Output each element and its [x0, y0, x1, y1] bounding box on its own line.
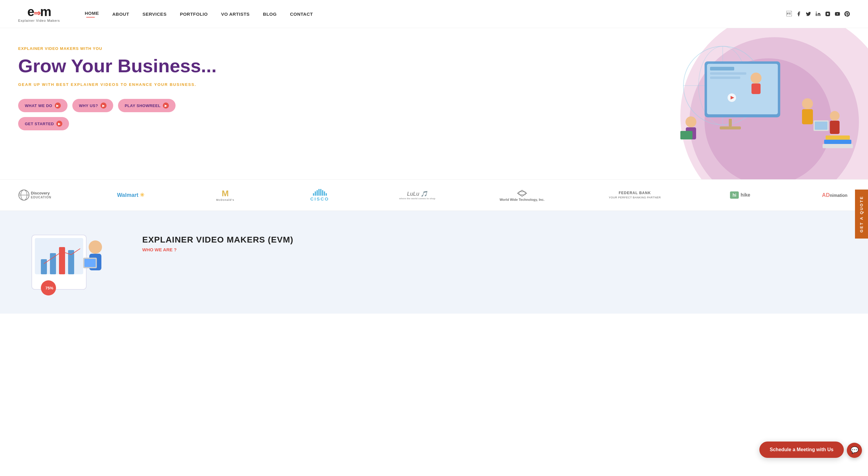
svg-rect-13: [710, 72, 746, 75]
logo-text: e⇒m: [27, 5, 51, 18]
mcdonalds-arches: M: [222, 189, 229, 198]
svg-rect-12: [710, 67, 734, 70]
svg-point-22: [802, 98, 813, 109]
nav-about[interactable]: ABOUT: [105, 9, 136, 19]
client-discovery: S Discovery EDUCATION: [18, 189, 52, 201]
what-we-do-button[interactable]: WHAT WE DO ▶: [18, 99, 67, 112]
svg-point-0: [816, 12, 817, 13]
client-hike: hi hike: [725, 192, 755, 199]
facebook-icon[interactable]: [796, 11, 801, 16]
logo-subtitle: Explainer Video Makers: [18, 19, 60, 22]
about-illustration: 75%: [18, 229, 124, 296]
client-adnimation: ADnimation: [819, 192, 850, 198]
discovery-logo: S Discovery EDUCATION: [18, 189, 52, 201]
section-who: WHO WE ARE ?: [142, 247, 850, 252]
site-header: e⇒m Explainer Video Makers HOME ABOUT SE…: [0, 0, 868, 28]
svg-rect-37: [41, 259, 47, 274]
nav-services[interactable]: SERVICES: [136, 9, 174, 19]
nav-blog[interactable]: BLOG: [256, 9, 283, 19]
logo[interactable]: e⇒m Explainer Video Makers: [18, 5, 60, 22]
education-text: EDUCATION: [31, 196, 52, 199]
cisco-text: CISCO: [310, 196, 329, 201]
walmart-text: Walmart ✳: [117, 192, 144, 198]
nav-contact[interactable]: CONTACT: [283, 9, 319, 19]
svg-rect-44: [85, 259, 96, 267]
svg-rect-9: [720, 127, 741, 129]
why-us-button[interactable]: WHY US? ▶: [72, 99, 113, 112]
svg-rect-39: [59, 247, 65, 274]
section-title: EXPLAINER VIDEO MAKERS (EVM): [142, 235, 850, 245]
svg-rect-14: [710, 76, 740, 79]
play-icon: ▶: [163, 103, 169, 109]
nav-portfolio[interactable]: PORTFOLIO: [173, 9, 214, 19]
linkedin-icon[interactable]: [815, 11, 821, 16]
hero-title: Grow Your Business...: [18, 56, 230, 76]
svg-point-41: [89, 240, 102, 254]
cisco-bars: [313, 189, 327, 196]
hero-description: GEAR UP WITH BEST EXPLAINER VIDEOS TO EN…: [18, 82, 230, 87]
hero-content: EXPLAINER VIDEO MAKERS WITH YOU Grow You…: [18, 46, 230, 130]
client-walmart: Walmart ✳: [116, 192, 146, 198]
social-links: : [786, 11, 850, 17]
main-nav: HOME ABOUT SERVICES PORTFOLIO VO ARTISTS…: [78, 8, 786, 20]
hero-section: EXPLAINER VIDEO MAKERS WITH YOU Grow You…: [0, 28, 868, 179]
svg-rect-11: [707, 64, 778, 114]
adnimation-text: ADnimation: [822, 192, 847, 198]
svg-text:75%: 75%: [45, 286, 53, 290]
svg-rect-27: [830, 121, 840, 134]
play-icon: ▶: [55, 103, 61, 109]
youtube-icon[interactable]: [835, 11, 840, 16]
facebook-icon[interactable]: : [786, 11, 792, 17]
twitter-icon[interactable]: [806, 11, 811, 16]
svg-rect-30: [823, 144, 853, 148]
hero-illustration: [662, 31, 856, 164]
hero-buttons: WHAT WE DO ▶ WHY US? ▶ PLAY SHOWREEL ▶ G…: [18, 99, 230, 130]
client-wwt: World Wide Technology, Inc.: [500, 189, 545, 201]
svg-point-26: [830, 111, 840, 121]
clients-section: S Discovery EDUCATION Walmart ✳ M McDona…: [0, 179, 868, 211]
get-quote-button[interactable]: GET A QUOTE: [855, 190, 868, 239]
svg-rect-21: [680, 131, 692, 139]
button-label: WHY US?: [79, 103, 98, 108]
client-cisco: CISCO: [305, 189, 335, 201]
svg-rect-16: [751, 83, 761, 94]
get-started-button[interactable]: GET STARTED ▶: [18, 117, 69, 130]
svg-point-15: [751, 73, 762, 83]
client-lulu: LuLu 🎵 where the world comes to shop: [399, 191, 435, 200]
svg-rect-29: [824, 140, 851, 144]
svg-rect-28: [826, 135, 850, 140]
svg-text:S: S: [19, 193, 21, 195]
nav-vo-artists[interactable]: VO ARTISTS: [214, 9, 256, 19]
play-icon: ▶: [56, 121, 62, 127]
about-text: EXPLAINER VIDEO MAKERS (EVM) WHO WE ARE …: [142, 229, 850, 296]
svg-point-19: [685, 116, 696, 127]
play-showreel-button[interactable]: PLAY SHOWREEL ▶: [118, 99, 176, 112]
wwt-text: World Wide Technology, Inc.: [500, 198, 545, 201]
hike-text: hike: [741, 192, 750, 198]
federal-text: FEDERAL BANKYOUR PERFECT BANKING PARTNER: [609, 191, 661, 199]
lulu-tagline: where the world comes to shop: [399, 197, 435, 200]
button-label: GET STARTED: [25, 122, 54, 126]
client-federal: FEDERAL BANKYOUR PERFECT BANKING PARTNER: [609, 191, 661, 199]
hero-subtitle: EXPLAINER VIDEO MAKERS WITH YOU: [18, 46, 230, 51]
svg-rect-8: [729, 119, 732, 127]
play-icon: ▶: [100, 103, 106, 109]
client-mcdonalds: M McDonald's: [210, 189, 240, 201]
svg-rect-23: [802, 109, 813, 124]
discovery-text: Discovery: [31, 191, 52, 195]
svg-rect-25: [815, 122, 828, 130]
lulu-text: LuLu 🎵: [407, 191, 427, 197]
instagram-icon[interactable]: [825, 11, 831, 16]
hike-hi: hi: [730, 192, 739, 199]
about-section: 75% EXPLAINER VIDEO MAKERS (EVM) WHO WE …: [0, 211, 868, 314]
nav-home[interactable]: HOME: [78, 8, 105, 20]
pinterest-icon[interactable]: [844, 11, 850, 16]
mcdonalds-text: McDonald's: [216, 198, 234, 201]
button-label: WHAT WE DO: [25, 103, 52, 108]
button-label: PLAY SHOWREEL: [125, 103, 160, 108]
